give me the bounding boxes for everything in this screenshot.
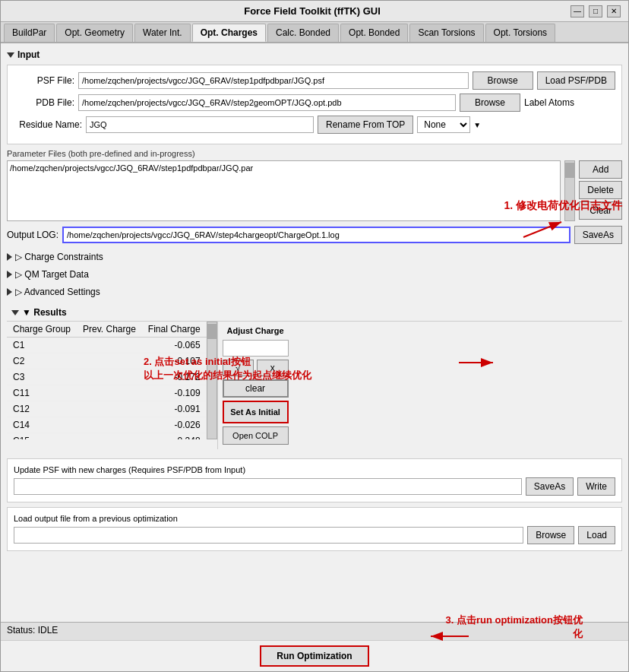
output-saveas-button[interactable]: SaveAs	[574, 226, 622, 244]
param-files-textarea[interactable]: /home/zqchen/projects/vgcc/JGQ_6RAV/step…	[7, 160, 561, 221]
input-collapse-icon[interactable]	[7, 52, 14, 58]
table-row[interactable]: C14 -0.026	[7, 417, 207, 433]
residue-row: Residue Name: Rename From TOP None Name …	[14, 116, 615, 134]
run-optimization-button[interactable]: Run Optimization	[260, 645, 368, 667]
cell-final: -0.172	[142, 369, 207, 385]
sqrt-button[interactable]: √	[223, 360, 254, 376]
run-button-container: Run Optimization 3. 点击run optimization按钮…	[1, 640, 628, 671]
results-table: Charge Group Prev. Charge Final Charge C…	[7, 322, 207, 439]
table-row[interactable]: C1 -0.065	[7, 338, 207, 353]
update-psf-section: Update PSF with new charges (Requires PS…	[7, 458, 622, 502]
label-atoms-select-group: None Name Index Both ▼	[417, 116, 508, 133]
psf-label: PSF File:	[14, 75, 74, 86]
status-bar: Status: IDLE	[1, 622, 628, 640]
results-clear-button[interactable]: clear	[223, 379, 289, 398]
param-clear-button[interactable]: Clear	[579, 201, 622, 220]
label-atoms-group: Label Atoms	[524, 97, 615, 108]
tab-buildpar[interactable]: BuildPar	[4, 24, 55, 42]
tab-water-int[interactable]: Water Int.	[134, 24, 191, 42]
tab-bar: BuildPar Opt. Geometry Water Int. Opt. C…	[1, 22, 628, 43]
label-atoms-select[interactable]: None Name Index Both	[417, 116, 470, 133]
open-colp-button[interactable]: Open COLP	[223, 426, 289, 445]
load-psf-button[interactable]: Load PSF/PDB	[537, 71, 615, 90]
minimize-button[interactable]: —	[571, 5, 584, 17]
qm-target-label: ▷ QM Target Data	[15, 269, 89, 280]
tab-opt-torsions[interactable]: Opt. Torsions	[485, 24, 555, 42]
results-sidebar: Adjust Charge √ x clear Set As Initial O…	[217, 322, 293, 449]
cell-group: C12	[7, 401, 77, 417]
cell-final: -0.107	[142, 353, 207, 369]
results-section: ▼ Results Charge Group Prev. Charge Fina…	[7, 304, 622, 449]
psf-browse-button[interactable]: Browse	[473, 71, 533, 90]
results-table-scroll: Charge Group Prev. Charge Final Charge C…	[7, 322, 217, 439]
load-output-browse-button[interactable]: Browse	[527, 526, 574, 544]
results-scrollbar-thumb	[207, 324, 217, 339]
qm-target-icon	[7, 271, 12, 278]
table-row[interactable]: C2 -0.107	[7, 353, 207, 369]
cell-final: -0.109	[142, 385, 207, 401]
cell-prev	[77, 417, 142, 433]
load-output-load-button[interactable]: Load	[578, 526, 615, 544]
param-files-value: /home/zqchen/projects/vgcc/JGQ_6RAV/step…	[10, 163, 253, 173]
param-buttons: Add Delete Clear	[579, 160, 622, 221]
rename-from-top-button[interactable]: Rename From TOP	[318, 116, 413, 134]
update-psf-label: Update PSF with new charges (Requires PS…	[14, 465, 615, 474]
output-log-label: Output LOG:	[7, 230, 58, 240]
psf-input[interactable]	[78, 72, 469, 89]
close-button[interactable]: ✕	[607, 5, 621, 17]
table-row[interactable]: C12 -0.091	[7, 401, 207, 417]
param-files-label: Parameter Files (both pre-defined and in…	[7, 149, 622, 158]
update-psf-saveas-button[interactable]: SaveAs	[526, 477, 574, 496]
main-window: Force Field Toolkit (ffTK) GUI — □ ✕ Bui…	[0, 0, 629, 672]
table-row[interactable]: C3 -0.172	[7, 369, 207, 385]
pdb-input[interactable]	[78, 94, 456, 111]
output-log-input[interactable]	[62, 227, 571, 243]
tab-calc-bonded[interactable]: Calc. Bonded	[267, 24, 339, 42]
set-as-initial-button[interactable]: Set As Initial	[223, 401, 289, 423]
results-scrollbar	[207, 322, 217, 439]
update-psf-input[interactable]	[14, 478, 522, 495]
charge-constraints-label: ▷ Charge Constraints	[15, 252, 103, 262]
update-psf-write-button[interactable]: Write	[577, 477, 615, 496]
param-add-button[interactable]: Add	[579, 160, 622, 179]
input-section-header: Input	[7, 49, 622, 60]
cell-final: -0.065	[142, 338, 207, 353]
table-header-row: Charge Group Prev. Charge Final Charge	[7, 322, 207, 338]
cell-final: -0.026	[142, 417, 207, 433]
adjust-charge-label: Adjust Charge	[223, 326, 289, 335]
results-collapse-icon[interactable]	[11, 310, 19, 315]
cell-final: -0.348	[142, 433, 207, 440]
output-log-wrapper: Output LOG: SaveAs 1. 修改电荷优化日志文件	[7, 226, 622, 247]
tab-opt-bonded[interactable]: Opt. Bonded	[340, 24, 408, 42]
pdb-browse-button[interactable]: Browse	[460, 94, 520, 112]
tab-opt-geometry[interactable]: Opt. Geometry	[56, 24, 133, 42]
residue-label: Residue Name:	[14, 119, 82, 130]
load-output-input[interactable]	[14, 527, 523, 544]
advanced-settings-item[interactable]: ▷ Advanced Settings	[7, 287, 622, 297]
adjust-charge-input[interactable]	[223, 340, 289, 357]
param-files-section: Parameter Files (both pre-defined and in…	[7, 149, 622, 221]
residue-input[interactable]	[86, 116, 314, 133]
col-final-charge: Final Charge	[142, 322, 207, 338]
update-psf-row: SaveAs Write	[14, 477, 615, 496]
maximize-button[interactable]: □	[589, 5, 602, 17]
input-section: Input PSF File: Browse Load PSF/PDB PDB …	[7, 49, 622, 144]
load-output-row: Browse Load	[14, 526, 615, 544]
table-row[interactable]: C11 -0.109	[7, 385, 207, 401]
param-delete-button[interactable]: Delete	[579, 181, 622, 199]
charge-constraints-icon	[7, 253, 12, 261]
cell-prev	[77, 353, 142, 369]
window-title: Force Field Toolkit (ffTK) GUI	[54, 5, 571, 17]
cell-group: C2	[7, 353, 77, 369]
cell-group: C14	[7, 417, 77, 433]
param-files-area: /home/zqchen/projects/vgcc/JGQ_6RAV/step…	[7, 160, 622, 221]
input-section-label: Input	[17, 49, 40, 60]
qm-target-item[interactable]: ▷ QM Target Data	[7, 269, 622, 280]
tab-opt-charges[interactable]: Opt. Charges	[192, 24, 266, 42]
results-table-container: Charge Group Prev. Charge Final Charge C…	[7, 322, 207, 439]
advanced-settings-icon	[7, 288, 12, 296]
charge-constraints-item[interactable]: ▷ Charge Constraints	[7, 252, 622, 262]
tab-scan-torsions[interactable]: Scan Torsions	[409, 24, 483, 42]
table-row[interactable]: C15 -0.348	[7, 433, 207, 440]
x-button[interactable]: x	[257, 360, 289, 376]
